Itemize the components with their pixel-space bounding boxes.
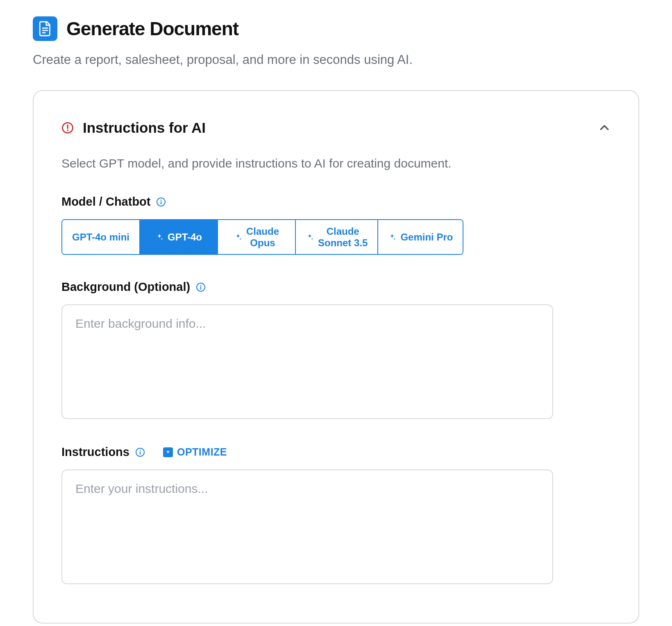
background-label-row: Background (Optional) [61,280,611,294]
model-option-gpt-4o[interactable]: GPT-4o [140,220,218,254]
section-description: Select GPT model, and provide instructio… [61,156,611,170]
model-option-gpt-4o-mini[interactable]: GPT-4o mini [62,220,140,254]
svg-point-13 [140,450,141,451]
document-icon [33,16,57,41]
page-subtitle: Create a report, salesheet, proposal, an… [33,52,639,67]
model-selector: GPT-4o miniGPT-4oClaudeOpusClaudeSonnet … [61,219,463,255]
svg-point-7 [161,200,162,201]
info-icon[interactable] [196,282,206,292]
background-input[interactable] [61,304,553,419]
instructions-label-row: Instructions OPTIMIZE [61,445,611,459]
instructions-label: Instructions [61,445,129,459]
model-option-claude-opus[interactable]: ClaudeOpus [218,220,296,254]
model-option-claude-sonnet-3-5[interactable]: ClaudeSonnet 3.5 [296,220,378,254]
model-label-row: Model / Chatbot [61,195,611,209]
model-label: Model / Chatbot [61,195,150,209]
model-option-gemini-pro[interactable]: Gemini Pro [378,220,463,254]
svg-point-5 [67,130,68,132]
optimize-button[interactable]: OPTIMIZE [163,446,227,458]
info-icon[interactable] [135,447,145,457]
page-title: Generate Document [66,18,238,40]
alert-circle-icon [61,122,74,134]
svg-point-10 [200,285,202,286]
section-header[interactable]: Instructions for AI [61,120,611,136]
section-title: Instructions for AI [83,120,206,136]
chevron-up-icon[interactable] [598,122,611,134]
instructions-input[interactable] [61,469,553,584]
optimize-label: OPTIMIZE [177,446,227,458]
instructions-card: Instructions for AI Select GPT model, an… [33,90,639,624]
sparkle-icon [163,447,173,457]
info-icon[interactable] [156,197,166,207]
page-header: Generate Document [33,16,639,41]
background-label: Background (Optional) [61,280,190,294]
